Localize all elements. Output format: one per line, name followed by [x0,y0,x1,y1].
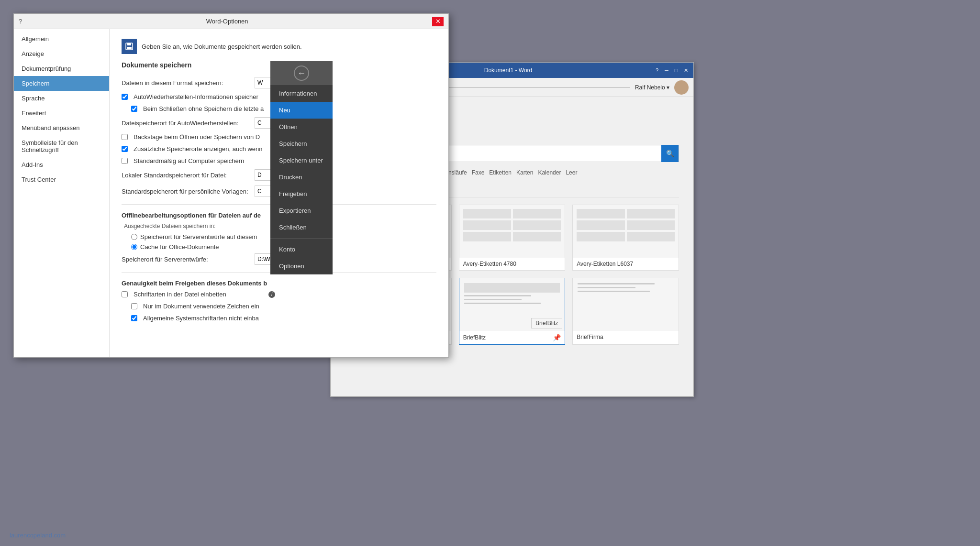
dark-menu: ← Informationen Neu Öffnen Speichern Spe… [270,61,333,274]
sidebar-item-speichern[interactable]: Speichern [14,76,109,91]
sidebar-item-allgemein[interactable]: Allgemein [14,32,109,46]
dialog-titlebar: ? Word-Optionen ✕ [14,14,448,29]
menu-item-neu[interactable]: Neu [270,102,333,119]
default-computer-label: Standardmäßig auf Computer speichern [134,157,263,164]
sidebar-item-sprache[interactable]: Sprache [14,91,109,106]
fonts-sub2-label: Allgemeine Systemschriftarten nicht einb… [143,315,272,322]
radio-server-drafts[interactable] [131,234,137,240]
svg-rect-1 [127,43,131,45]
sidebar-item-anzeige[interactable]: Anzeige [14,46,109,61]
tag-kalender[interactable]: Kalender [538,169,561,176]
template-briefblitz-tooltip: BriefBlitz [531,318,562,328]
template-averyl6037[interactable]: Avery-Etiketten L6037 [572,205,679,271]
word-options-dialog: ? Word-Optionen ✕ Allgemein Anzeige Doku… [13,13,449,358]
dialog-title: Word-Optionen [22,18,432,25]
template-averyl6037-label: Avery-Etiketten L6037 [577,261,633,267]
personal-path-label: Standardspeicherort für persönliche Vorl… [122,188,251,195]
fonts-sub1-checkbox[interactable] [131,303,137,309]
autorestore-label: AutoWiederherstellen-Informationen speic… [134,93,263,100]
word-help-btn[interactable]: ? [653,66,661,74]
dialog-help-btn[interactable]: ? [19,18,22,25]
tag-karten[interactable]: Karten [516,169,533,176]
autorestore-sub-label: Beim Schließen ohne Speichern die letzte… [143,105,272,112]
dialog-body: Allgemein Anzeige Dokumentprüfung Speich… [14,29,448,357]
accuracy-section: Genauigkeit beim Freigeben dieses Dokume… [122,280,436,322]
dialog-header-text: Geben Sie an, wie Dokumente gespeichert … [142,43,302,50]
template-briefblitz[interactable]: BriefBlitz BriefBlitz 📌 [459,278,566,345]
menu-item-exportieren[interactable]: Exportieren [270,202,333,219]
fonts-row: Schriftarten in der Datei einbetten i [122,291,436,298]
menu-item-speichern[interactable]: Speichern [270,135,333,152]
tag-leer[interactable]: Leer [566,169,577,176]
back-circle-icon: ← [294,66,309,81]
fonts-label: Schriftarten in der Datei einbetten [134,291,263,298]
dialog-close-btn[interactable]: ✕ [432,17,444,26]
sidebar-item-menuband[interactable]: Menüband anpassen [14,120,109,135]
fonts-checkbox[interactable] [122,291,128,297]
accuracy-title: Genauigkeit beim Freigeben dieses Dokume… [122,280,436,287]
info-icon-2: i [268,291,275,298]
template-brieffirma-label: BriefFirma [577,334,603,340]
extra-locations-checkbox[interactable] [122,146,128,152]
fonts-sub2-row: Allgemeine Systemschriftarten nicht einb… [122,315,436,322]
sidebar-item-symbolleiste[interactable]: Symbolleiste für den Schnellzugriff [14,135,109,157]
fonts-sub2-checkbox[interactable] [131,315,137,321]
menu-item-schliessen[interactable]: Schließen [270,219,333,236]
backstage-checkbox[interactable] [122,134,128,140]
radio1-label: Speicherort für Serverentwürfe auf diese… [140,233,257,240]
dark-menu-divider [270,238,333,239]
template-briefblitz-pin[interactable]: 📌 [553,334,561,341]
dialog-sidebar: Allgemein Anzeige Dokumentprüfung Speich… [14,29,110,357]
menu-item-informationen[interactable]: Informationen [270,85,333,102]
extra-locations-label: Zusätzliche Speicherorte anzeigen, auch … [134,145,263,153]
menu-item-optionen[interactable]: Optionen [270,258,333,274]
sidebar-item-erweitert[interactable]: Erweitert [14,106,109,120]
autosave-location-label: Dateispeicherort für AutoWiederherstelle… [122,120,251,127]
save-icon [122,39,137,54]
menu-item-speichern-unter[interactable]: Speichern unter [270,152,333,169]
fonts-sub1-label: Nur im Dokument verwendete Zeichen ein [143,303,272,310]
template-avery4780[interactable]: Avery-Etiketten 4780 [459,205,566,271]
sidebar-item-dokumentprufung[interactable]: Dokumentprüfung [14,61,109,76]
word-user-label[interactable]: Ralf Nebelo ▾ [635,84,669,91]
menu-item-konto[interactable]: Konto [270,241,333,258]
watermark: laurencopeland.com [10,532,66,539]
sidebar-item-trustcenter[interactable]: Trust Center [14,172,109,187]
template-avery4780-label: Avery-Etiketten 4780 [463,261,516,267]
word-user-avatar [674,80,689,95]
backstage-label: Backstage beim Öffnen oder Speichern von… [134,133,263,141]
local-path-label: Lokaler Standardspeicherort für Datei: [122,172,251,179]
dialog-window-controls: ✕ [432,17,444,26]
dark-menu-back-btn[interactable]: ← [270,61,333,85]
menu-item-freigeben[interactable]: Freigeben [270,186,333,202]
word-window-controls: ? ─ □ ✕ [653,66,690,74]
autorestore-checkbox[interactable] [122,94,128,100]
fonts-sub1-row: Nur im Dokument verwendete Zeichen ein [122,303,436,310]
format-label: Dateien in diesem Format speichern: [122,79,251,87]
template-brieffirma[interactable]: BriefFirma [572,278,679,345]
word-minimize-btn[interactable]: ─ [663,66,670,74]
tag-faxe[interactable]: Faxe [472,169,485,176]
sidebar-item-addins[interactable]: Add-Ins [14,157,109,172]
radio2-label: Cache für Office-Dokumente [140,243,219,251]
dialog-header: Geben Sie an, wie Dokumente gespeichert … [122,39,436,54]
svg-rect-2 [127,47,132,49]
server-drafts-label: Speicherort für Serverentwürfe: [122,256,251,263]
word-maximize-btn[interactable]: □ [672,66,680,74]
default-computer-checkbox[interactable] [122,158,128,164]
watermark-text: laurencopeland.com [10,532,66,539]
menu-item-drucken[interactable]: Drucken [270,169,333,186]
tag-etiketten[interactable]: Etiketten [489,169,512,176]
autorestore-sub-checkbox[interactable] [131,106,137,112]
radio-cache[interactable] [131,244,137,250]
word-close-btn[interactable]: ✕ [682,66,690,74]
template-briefblitz-label: BriefBlitz [463,334,486,341]
word-search-button[interactable]: 🔍 [661,145,679,162]
menu-item-offnen[interactable]: Öffnen [270,119,333,135]
